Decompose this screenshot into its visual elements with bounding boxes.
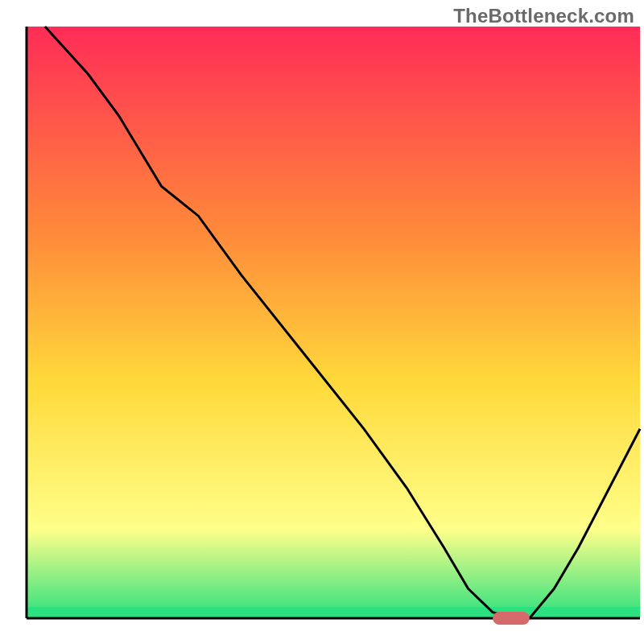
watermark-text: TheBottleneck.com [453,5,634,27]
bottleneck-chart: TheBottleneck.com [0,0,644,644]
optimal-marker [493,612,530,625]
green-band [27,607,640,618]
chart-svg [0,0,644,644]
